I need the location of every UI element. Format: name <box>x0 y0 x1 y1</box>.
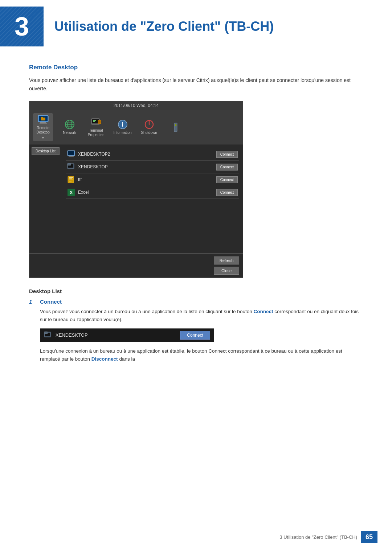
svg-rect-15 <box>98 120 101 124</box>
ttt-icon <box>67 176 75 184</box>
svg-rect-2 <box>40 123 47 124</box>
usb-icon <box>170 122 181 132</box>
shutdown-icon <box>143 119 155 130</box>
svg-rect-21 <box>175 124 176 126</box>
desktop-list-heading: Desktop List <box>29 288 363 294</box>
mini-demo-panel: XENDESKTOP Connect <box>40 328 214 342</box>
mini-connect-btn[interactable]: Connect <box>180 331 210 340</box>
item-number-1: 1 <box>29 299 36 368</box>
terminal-properties-icon <box>90 117 102 127</box>
close-btn[interactable]: Close <box>214 267 239 275</box>
toolbar-information-label: Information <box>113 131 131 135</box>
connect-item-text1: Vous pouvez vous connecter à un bureau o… <box>40 308 363 324</box>
chapter-number: 3 <box>15 13 29 40</box>
toolbar-shutdown-label: Shutdown <box>141 131 157 135</box>
toolbar-shutdown[interactable]: Shutdown <box>139 119 159 135</box>
section-paragraph: Vous pouvez afficher une liste de bureau… <box>29 76 363 93</box>
desktop-row: X Excel Connect <box>66 186 239 199</box>
toolbar-network[interactable]: Network <box>60 119 79 135</box>
panel-desktop-list: XENDESKTOP2 Connect XENDESKTOP Connect <box>62 144 243 253</box>
xendesktop-icon <box>67 163 75 171</box>
mini-xendesktop-icon <box>44 331 52 339</box>
ttt-name: ttt <box>78 177 213 182</box>
xendesktop2-connect-btn[interactable]: Connect <box>216 151 238 158</box>
xendesktop-connect-btn[interactable]: Connect <box>216 164 238 171</box>
toolbar-remote-desktop-arrow: ▼ <box>41 136 45 140</box>
svg-rect-29 <box>68 176 74 183</box>
connect-item-body: Connect Vous pouvez vous connecter à un … <box>40 299 363 368</box>
toolbar-remote-desktop[interactable]: RemoteDesktop ▼ <box>33 113 53 141</box>
toolbar-usb[interactable] <box>166 122 185 132</box>
desktop-row: XENDESKTOP Connect <box>66 161 239 173</box>
svg-rect-24 <box>69 156 73 156</box>
connect-text-before: Vous pouvez vous connecter à un bureau o… <box>40 309 253 314</box>
desktop-row: XENDESKTOP2 Connect <box>66 148 239 161</box>
toolbar-terminal-properties[interactable]: TerminalProperties <box>86 117 106 137</box>
connect-section: 1 Connect Vous pouvez vous connecter à u… <box>29 299 363 368</box>
panel-body: Desktop List XENDESKTOP2 Connec <box>29 144 243 253</box>
disconnect-bold: Disconnect <box>91 356 118 362</box>
xendesktop-name: XENDESKTOP <box>78 164 213 169</box>
panel-footer: Refresh Close <box>29 253 243 278</box>
svg-rect-4 <box>41 118 45 120</box>
svg-text:i: i <box>122 122 123 128</box>
information-icon: i <box>117 119 128 130</box>
svg-rect-1 <box>40 122 46 123</box>
desktop-row: ttt Connect <box>66 173 239 186</box>
toolbar-terminal-label: TerminalProperties <box>88 128 105 137</box>
connect-item-title: Connect <box>40 299 363 305</box>
mini-demo-name: XENDESKTOP <box>56 332 176 338</box>
text-after1: Lorsqu'une connexion à un bureau ou à un… <box>40 348 342 362</box>
svg-rect-23 <box>68 151 74 155</box>
section-heading-remote-desktop: Remote Desktop <box>29 64 363 71</box>
sidebar-desktop-list[interactable]: Desktop List <box>32 147 60 155</box>
ui-sidebar: Desktop List <box>29 144 62 253</box>
panel-header: 2011/08/10 Wed, 04:14 <box>29 101 243 110</box>
footer-text: 3 Utilisation de "Zero Client" (TB-CH) <box>279 534 357 540</box>
svg-rect-5 <box>41 117 43 118</box>
page-content: Remote Desktop Vous pouvez afficher une … <box>0 64 392 368</box>
xendesktop2-name: XENDESKTOP2 <box>78 152 213 157</box>
svg-text:X: X <box>70 190 73 195</box>
connect-bold1: Connect <box>253 309 273 314</box>
toolbar-information[interactable]: i Information <box>113 119 132 135</box>
svg-rect-28 <box>68 163 71 165</box>
ui-toolbar: RemoteDesktop ▼ Network <box>29 110 243 144</box>
excel-name: Excel <box>78 190 213 195</box>
remote-desktop-icon <box>37 115 49 125</box>
svg-rect-38 <box>44 332 48 334</box>
text-after2: dans la <box>118 356 135 362</box>
toolbar-network-label: Network <box>63 131 76 135</box>
chapter-number-box: 3 <box>0 7 44 46</box>
connect-item-text2: Lorsqu'une connexion à un bureau ou à un… <box>40 347 363 364</box>
refresh-btn[interactable]: Refresh <box>214 257 239 264</box>
ui-panel: 2011/08/10 Wed, 04:14 RemoteDesktop <box>29 101 243 278</box>
svg-rect-25 <box>69 156 74 157</box>
excel-connect-btn[interactable]: Connect <box>216 189 238 196</box>
xendesktop2-icon <box>67 150 75 158</box>
chapter-title: Utilisation de "Zero Client" (TB-CH) <box>54 19 274 34</box>
toolbar-remote-desktop-label: RemoteDesktop <box>36 126 50 135</box>
ttt-connect-btn[interactable]: Connect <box>216 176 238 183</box>
page-number: 65 <box>361 531 377 543</box>
network-icon <box>64 119 75 130</box>
excel-icon: X <box>67 188 75 196</box>
page-header: 3 Utilisation de "Zero Client" (TB-CH) <box>0 0 392 53</box>
page-footer: 3 Utilisation de "Zero Client" (TB-CH) 6… <box>279 531 377 543</box>
